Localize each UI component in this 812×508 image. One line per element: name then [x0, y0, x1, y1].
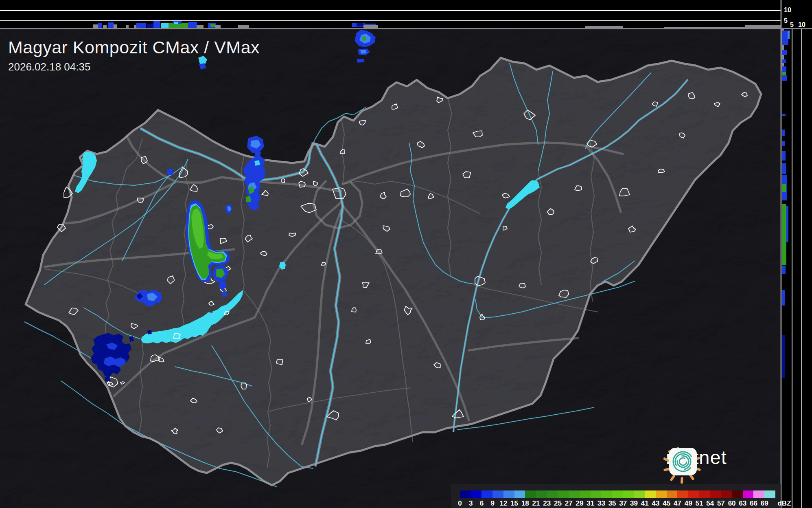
colorbar-tick-label: 60: [728, 499, 736, 508]
colorbar-box: [514, 490, 525, 498]
colorbar-tick-label: 43: [652, 499, 660, 508]
axis-label-km: 10: [784, 7, 791, 13]
colorbar-tick-label: 69: [761, 499, 768, 508]
right-projection-bar: [782, 163, 786, 174]
radar-echo: [167, 169, 173, 175]
top-projection-bar: [238, 25, 249, 28]
top-projection-bar: [161, 23, 169, 28]
right-projection-bar: [782, 66, 786, 72]
top-projection-bar: [363, 25, 378, 28]
top-projection-bar: [188, 22, 197, 28]
colorbar-box: [569, 490, 580, 498]
colorbar-tick-label: 49: [685, 499, 692, 508]
colorbar-box: [460, 490, 471, 498]
colorbar-tick-label: 57: [717, 499, 725, 508]
radar-echo: [361, 50, 366, 53]
top-projection-bar: [136, 23, 146, 28]
colorbar-tick-label: 66: [750, 499, 757, 508]
colorbar-tick-label: 25: [554, 499, 562, 508]
colorbar-boxes: [460, 490, 775, 498]
colorbar-box: [536, 490, 547, 498]
top-projection-bar: [93, 24, 98, 28]
right-projection-bar: [782, 75, 787, 81]
colorbar-box: [471, 490, 482, 498]
top-projection-bar: [215, 25, 221, 28]
colorbar-box: [764, 490, 775, 498]
right-projection-bar: [782, 59, 786, 63]
colorbar-tick-label: 21: [532, 499, 540, 508]
colorbar-box: [634, 490, 645, 498]
city-outline: [281, 179, 285, 183]
colorbar-tick-label: 12: [499, 499, 507, 508]
top-projection-bar: [153, 21, 160, 28]
top-projection-bar: [585, 26, 623, 28]
colorbar-tick-label: 39: [630, 499, 638, 508]
colorbar-box: [721, 490, 732, 498]
city-outline: [313, 181, 317, 185]
colorbar-box: [688, 490, 699, 498]
colorbar-box: [753, 490, 764, 498]
radar-echo: [129, 336, 134, 341]
right-projection-bar: [782, 290, 785, 306]
right-projection-bar: [782, 72, 786, 75]
radar-map-canvas: 105510: [0, 0, 812, 508]
colorbar-tick-label: 45: [663, 499, 670, 508]
colorbar-box: [667, 490, 678, 498]
colorbar-box: [710, 490, 721, 498]
colorbar-tick-label: 29: [576, 499, 583, 508]
top-projection-bar: [197, 25, 204, 28]
colorbar-box: [601, 490, 612, 498]
radar-echo: [246, 196, 251, 202]
colorbar-tick-label: 27: [565, 499, 573, 508]
colorbar-box: [482, 490, 492, 498]
top-projection-bar: [108, 22, 114, 28]
right-projection-bar: [782, 114, 786, 116]
right-projection-bar: [786, 206, 788, 242]
map-layer: [0, 29, 781, 508]
colorbar-tick-label: 37: [619, 499, 627, 508]
right-projection-bar: [782, 130, 785, 136]
city-outline: [276, 360, 283, 365]
colorbar-tick-label: 47: [674, 499, 681, 508]
colorbar-box: [699, 490, 710, 498]
right-projection-bar: [782, 184, 786, 192]
radar-app-window: 105510 Magyar Kompozit CMax / VMax 2026.…: [0, 0, 812, 508]
top-projection-bar: [174, 22, 178, 24]
right-projection-bar: [782, 50, 787, 55]
brand-block: metnet: [663, 446, 727, 468]
radar-echo: [357, 59, 364, 62]
colorbar-box: [503, 490, 514, 498]
city-outline: [376, 250, 382, 254]
colorbar-box: [547, 490, 558, 498]
colorbar-box: [580, 490, 591, 498]
colorbar-box: [492, 490, 503, 498]
colorbar-tick-label: 41: [641, 499, 649, 508]
colorbar-unit-label: dBZ: [777, 499, 791, 508]
colorbar-box: [732, 490, 743, 498]
colorbar-tick-label: 51: [695, 499, 703, 508]
metnet-app-icon: [668, 446, 699, 477]
city-outline: [299, 181, 305, 187]
right-projection-bar: [782, 141, 785, 146]
colorbar-box: [656, 490, 667, 498]
top-projection-bar: [126, 25, 129, 28]
top-projection-bar: [103, 25, 107, 28]
colorbar-box: [623, 490, 634, 498]
radar-echo: [148, 330, 151, 334]
city-outline: [137, 198, 143, 203]
radar-echo: [222, 292, 227, 297]
city-outline: [519, 283, 525, 288]
dbz-colorbar: 0369121518212325272931333537394143454749…: [451, 484, 781, 508]
right-projection-bar: [782, 335, 785, 378]
axis-label-km: 5: [790, 21, 794, 28]
top-projection-bar: [745, 25, 781, 28]
colorbar-tick-label: 6: [480, 499, 484, 508]
colorbar-tick-label: 31: [587, 499, 594, 508]
top-projection-bar: [98, 23, 102, 28]
colorbar-tick-label: 18: [521, 499, 529, 508]
top-projection-bar: [114, 24, 117, 28]
radar-echo: [255, 161, 260, 165]
radar-echo: [105, 376, 110, 381]
right-projection-bar: [782, 266, 786, 274]
colorbar-box: [743, 490, 754, 498]
